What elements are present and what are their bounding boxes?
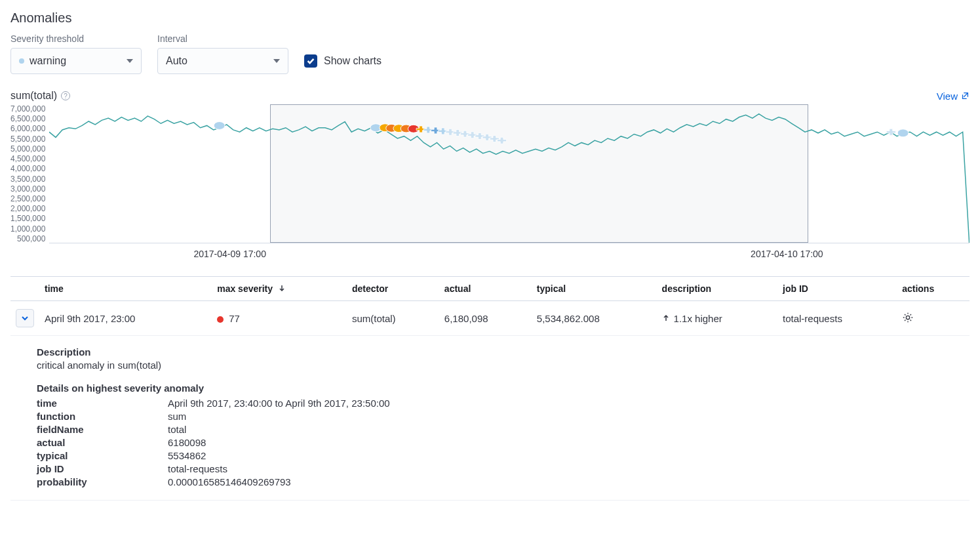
show-charts-checkbox[interactable] [304,54,317,68]
kv-val: sum [168,411,186,422]
severity-select[interactable]: warning [10,48,142,74]
cell-description-text: 1.1x higher [674,313,722,324]
svg-point-0 [214,121,225,129]
expand-col-header [10,277,39,301]
y-tick: 3,000,000 [10,184,45,194]
kv-key: fieldName [37,424,168,435]
kv-key: function [37,411,168,422]
plot-area[interactable] [49,104,970,243]
y-tick: 5,500,000 [10,134,45,144]
col-actions: actions [897,277,970,301]
x-tick: 2017-04-10 17:00 [751,249,823,259]
chart-title-text: sum(total) [10,90,57,102]
controls-row: Severity threshold warning Interval Auto… [10,33,970,74]
severity-value: warning [29,55,66,67]
kv-key: actual [37,437,168,448]
col-description[interactable]: description [657,277,777,301]
details-desc-heading: Description [37,346,943,358]
interval-control-group: Interval Auto [157,33,288,74]
col-severity[interactable]: max severity [212,277,347,301]
details-panel: Description critical anomaly in sum(tota… [10,336,970,501]
y-tick: 2,500,000 [10,194,45,203]
details-kv-row: job IDtotal-requests [37,463,943,474]
view-link-text: View [937,91,958,102]
y-axis: 7,000,0006,500,0006,000,0005,500,0005,00… [10,104,45,243]
chevron-down-icon [273,59,280,63]
details-kv-row: timeApril 9th 2017, 23:40:00 to April 9t… [37,398,943,409]
kv-key: job ID [37,463,168,474]
kv-val: 6180098 [168,437,206,448]
cell-actual: 6,180,098 [439,301,532,336]
help-icon[interactable]: ? [61,91,70,100]
anomaly-markers [49,104,970,243]
x-tick: 2017-04-09 17:00 [193,249,266,259]
details-desc-text: critical anomaly in sum(total) [37,360,943,371]
kv-val: total-requests [168,463,227,474]
popout-icon [960,91,970,100]
x-axis: 2017-04-09 17:002017-04-10 17:00 [56,249,970,260]
severity-dot-icon [217,316,224,323]
cell-jobid: total-requests [777,301,897,336]
y-tick: 4,500,000 [10,154,45,163]
y-tick: 1,000,000 [10,224,45,234]
chart-header: sum(total) ? View [10,90,970,102]
details-kv-row: probability0.000016585146409269793 [37,476,943,487]
y-tick: 3,500,000 [10,175,45,184]
severity-dot-icon [19,58,24,64]
y-tick: 2,000,000 [10,204,45,213]
actions-gear-button[interactable] [902,314,914,325]
col-time[interactable]: time [39,277,212,301]
kv-val: total [168,424,186,435]
y-tick: 7,000,000 [10,104,45,113]
cell-typical: 5,534,862.008 [532,301,657,336]
severity-control-group: Severity threshold warning [10,33,142,74]
y-tick: 500,000 [10,234,45,243]
col-detector[interactable]: detector [347,277,439,301]
chevron-down-icon [21,314,29,322]
severity-label: Severity threshold [10,33,142,44]
details-kv-row: fieldNametotal [37,424,943,435]
kv-key: typical [37,450,168,461]
y-tick: 6,000,000 [10,124,45,133]
svg-point-8 [906,316,909,319]
details-section-heading: Details on highest severity anomaly [37,382,943,394]
kv-key: time [37,398,168,409]
details-kv-row: functionsum [37,411,943,422]
details-kv-row: typical5534862 [37,450,943,461]
col-jobid[interactable]: job ID [777,277,897,301]
page-title: Anomalies [10,10,970,26]
svg-point-7 [898,129,909,137]
kv-key: probability [37,476,168,487]
cell-detector: sum(total) [347,301,439,336]
gear-icon [902,312,914,323]
details-kv-list: timeApril 9th 2017, 23:40:00 to April 9t… [37,398,943,487]
cell-severity: 77 [212,301,347,336]
chevron-down-icon [127,59,133,63]
interval-select[interactable]: Auto [157,48,288,74]
check-icon [306,56,315,66]
show-charts-row: Show charts [304,48,382,74]
cell-actions [897,301,970,336]
col-typical[interactable]: typical [532,277,657,301]
interval-label: Interval [157,33,288,44]
col-severity-text: max severity [217,283,273,294]
y-tick: 4,000,000 [10,164,45,173]
chart-wrap: 7,000,0006,500,0006,000,0005,500,0005,00… [10,104,970,243]
show-charts-label: Show charts [324,55,382,67]
y-tick: 6,500,000 [10,114,45,123]
sort-desc-icon [278,283,286,294]
kv-val: 0.000016585146409269793 [168,476,291,487]
view-link[interactable]: View [937,91,970,102]
expand-row-button[interactable] [16,309,34,327]
kv-val: 5534862 [168,450,206,461]
arrow-up-icon [662,313,670,324]
cell-description: 1.1x higher [657,301,777,336]
y-tick: 5,000,000 [10,144,45,154]
cell-severity-value: 77 [229,313,240,324]
details-kv-row: actual6180098 [37,437,943,448]
col-actual[interactable]: actual [439,277,532,301]
anomalies-table: time max severity detector actual typica… [10,276,970,336]
cell-time: April 9th 2017, 23:00 [39,301,212,336]
interval-value: Auto [166,55,187,67]
table-row: April 9th 2017, 23:00 77 sum(total) 6,18… [10,301,970,336]
